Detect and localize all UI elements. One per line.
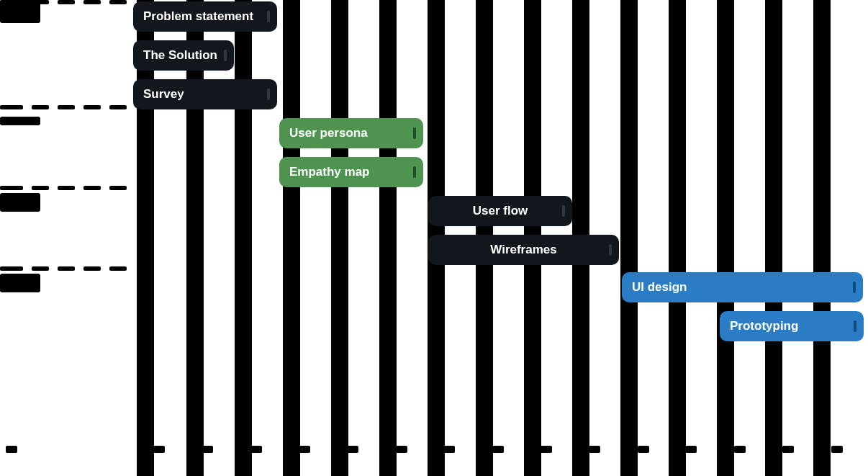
connector-dot-icon (175, 72, 178, 76)
grid-col (186, 0, 204, 476)
grid-col (331, 0, 348, 476)
task-prototyping[interactable]: Prototyping (720, 311, 864, 341)
footer-tick (831, 446, 843, 453)
axis-dash (109, 0, 127, 4)
task-label: The Solution (143, 40, 217, 71)
footer-tick (541, 446, 552, 453)
task-label: User persona (289, 118, 368, 148)
task-empathy-map[interactable]: Empathy map (279, 157, 423, 187)
axis-dash (58, 0, 75, 4)
resize-handle-icon[interactable] (267, 89, 270, 100)
axis-dash (109, 266, 127, 271)
task-user-flow[interactable]: User flow (428, 196, 572, 226)
task-wireframes[interactable]: Wireframes (428, 235, 619, 265)
task-label: Survey (143, 79, 184, 109)
footer-tick (685, 446, 697, 453)
footer-tick (734, 446, 746, 453)
connector-dot-icon (322, 150, 326, 153)
resize-handle-icon[interactable] (609, 244, 612, 256)
axis-dash (58, 105, 75, 109)
grid-col (283, 0, 300, 476)
footer-tick (6, 446, 17, 453)
axis-dash (32, 105, 49, 109)
grid-col (717, 0, 734, 476)
task-label: UI design (632, 272, 687, 302)
resize-handle-icon[interactable] (562, 205, 565, 217)
task-label: Empathy map (289, 157, 369, 187)
footer-tick (347, 446, 358, 453)
grid-col (137, 0, 154, 476)
axis-dash (32, 0, 49, 4)
task-the-solution[interactable]: The Solution (133, 40, 234, 71)
axis-dash (58, 186, 75, 190)
axis-dash (109, 186, 127, 190)
axis-dash (83, 0, 101, 4)
resize-handle-icon[interactable] (224, 50, 227, 61)
footer-tick (443, 446, 455, 453)
task-label: User flow (473, 196, 528, 226)
gantt-chart: Problem statement The Solution Survey Us… (0, 0, 868, 476)
footer-tick (782, 446, 794, 453)
axis-dash (58, 266, 75, 271)
resize-handle-icon[interactable] (413, 127, 416, 139)
grid-col (669, 0, 686, 476)
axis-dash (32, 186, 49, 190)
task-ui-design[interactable]: UI design (622, 272, 863, 302)
resize-handle-icon[interactable] (413, 166, 416, 178)
connector-dot-icon (227, 33, 231, 37)
task-label: Problem statement (143, 1, 253, 32)
footer-tick (638, 446, 649, 453)
axis-dash (83, 186, 101, 190)
grid-col (379, 0, 397, 476)
axis-swatch (0, 193, 40, 212)
footer-tick (202, 446, 213, 453)
footer-tick (250, 446, 262, 453)
grid-col (620, 0, 638, 476)
axis-dash (0, 266, 23, 271)
axis-dash (0, 186, 23, 190)
footer-tick (153, 446, 165, 453)
axis-swatch (0, 117, 40, 125)
task-problem-statement[interactable]: Problem statement (133, 1, 277, 32)
axis-dash (0, 0, 23, 4)
footer-tick (589, 446, 600, 453)
connector-dot-icon (520, 228, 524, 231)
axis-dash (0, 105, 23, 109)
footer-tick (396, 446, 407, 453)
grid-col (813, 0, 831, 476)
footer-tick (492, 446, 504, 453)
resize-handle-icon[interactable] (267, 11, 270, 22)
axis-dash (83, 266, 101, 271)
grid-col (765, 0, 782, 476)
connector-dot-icon (175, 33, 178, 37)
resize-handle-icon[interactable] (854, 320, 856, 332)
grid-col (235, 0, 252, 476)
axis-dash (109, 105, 127, 109)
connector-dot-icon (471, 228, 475, 231)
axis-dash (83, 105, 101, 109)
connector-dot-icon (374, 150, 378, 153)
task-survey[interactable]: Survey (133, 79, 277, 109)
task-label: Wireframes (490, 235, 556, 265)
axis-swatch (0, 274, 40, 292)
axis-dash (32, 266, 49, 271)
footer-tick (299, 446, 310, 453)
task-user-persona[interactable]: User persona (279, 118, 423, 148)
axis-swatch (0, 14, 40, 23)
resize-handle-icon[interactable] (853, 282, 856, 293)
task-label: Prototyping (730, 311, 798, 341)
